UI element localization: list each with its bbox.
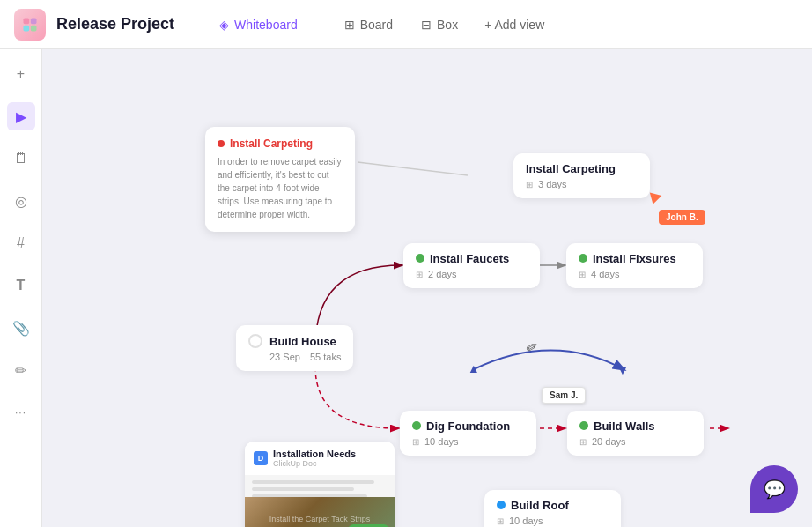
sidebar-icon-plus[interactable]: + [7,60,35,88]
svg-rect-3 [31,25,37,31]
dig-foundation-meta: ⊞ 10 days [412,436,524,447]
tooltip-text: In order to remove carpet easily and eff… [218,155,343,221]
whiteboard-icon: ◈ [219,18,229,32]
doc-image-bg: Install the Carpet Tack Strips [245,497,395,527]
chat-bubble-button[interactable]: 💬 [750,465,798,513]
dig-dot [412,421,421,430]
build-house-title-row: Build House [248,334,341,348]
sidebar-icon-hash[interactable]: # [7,229,35,257]
box-icon: ⊟ [421,18,432,32]
doc-icon: D [254,451,268,465]
walls-dot [579,421,588,430]
install-carpeting-card[interactable]: Install Carpeting ⊞ 3 days [513,153,650,198]
task-icon: ⊞ [526,180,533,189]
task-icon-walls: ⊞ [579,437,587,447]
nav-box[interactable]: ⊟ Box [412,12,467,37]
install-faucets-meta: ⊞ 2 days [416,269,528,279]
header: Release Project ◈ Whiteboard ⊞ Board ⊟ B… [0,0,812,49]
build-walls-meta: ⊞ 20 days [579,436,691,447]
sidebar-icon-note[interactable]: 🗒 [7,145,35,173]
build-house-node[interactable]: Build House 23 Sep 55 taks [236,325,353,371]
project-icon [14,9,46,41]
doc-line [252,480,374,484]
chat-bubble-icon: 💬 [764,479,786,500]
task-icon-fixsures: ⊞ [579,270,586,279]
sidebar-icon-brush[interactable]: ✏ [7,356,35,384]
nav-board[interactable]: ⊞ Board [336,12,402,37]
build-roof-card[interactable]: Build Roof ⊞ 10 days [484,490,621,527]
sidebar-icon-attach[interactable]: 📎 [7,314,35,342]
svg-rect-2 [24,25,30,31]
doc-line [252,487,354,491]
roof-dot [497,501,506,509]
install-fixsures-card[interactable]: Install Fixsures ⊞ 4 days [566,243,703,288]
task-icon-faucets: ⊞ [416,270,423,279]
cursor-icon [647,192,662,205]
doc-image: Install the Carpet Tack Strips [245,497,395,527]
install-carpeting-meta: ⊞ 3 days [526,179,638,189]
house-circle-icon [248,334,262,348]
doc-image-label: Install the Carpet Tack Strips [269,515,370,523]
task-icon-dig: ⊞ [412,437,419,447]
fixsures-dot [579,254,587,263]
build-house-meta: 23 Sep 55 taks [248,352,341,362]
project-logo-icon [21,16,39,33]
blue-arrow-right: ▼ [616,363,629,377]
tooltip-dot [218,140,225,147]
pencil-icon: ✏ [522,337,541,357]
install-carpeting-tooltip: Install Carpeting In order to remove car… [205,127,355,232]
sidebar-icon-play[interactable]: ▶ [7,102,35,130]
add-view-button[interactable]: + Add view [477,12,551,37]
install-fixsures-meta: ⊞ 4 days [579,269,690,279]
doc-preview: Install the Carpet Tack Strips Andrew K. [245,475,395,527]
faucets-dot [416,254,424,263]
doc-titles: Installation Needs ClickUp Doc [273,449,356,468]
sidebar-icon-more[interactable]: ··· [7,398,35,427]
task-icon-roof: ⊞ [497,516,504,526]
sidebar: + ▶ 🗒 ◎ # T 📎 ✏ ··· [0,49,42,527]
svg-line-4 [358,162,468,175]
whiteboard-canvas[interactable]: ▼ ▼ ✏ Install Carpeting In order to remo… [42,49,812,527]
doc-header: D Installation Needs ClickUp Doc [245,442,395,475]
installation-needs-doc[interactable]: D Installation Needs ClickUp Doc Install… [245,442,395,527]
sidebar-icon-globe[interactable]: ◎ [7,187,35,215]
svg-rect-0 [24,18,30,24]
john-badge: John B. [659,210,705,225]
project-title: Release Project [56,15,174,33]
blue-arrow-left: ▼ [468,363,480,377]
tooltip-title: Install Carpeting [218,137,343,150]
sam-badge: Sam J. [542,387,586,404]
build-walls-card[interactable]: Build Walls ⊞ 20 days [567,411,704,456]
build-roof-meta: ⊞ 10 days [497,516,609,526]
dig-foundation-card[interactable]: Dig Foundation ⊞ 10 days [400,411,536,456]
board-icon: ⊞ [344,18,355,32]
divider-1 [196,12,196,37]
svg-rect-1 [31,18,37,24]
sidebar-icon-text[interactable]: T [7,271,35,300]
divider-2 [321,12,321,37]
nav-whiteboard[interactable]: ◈ Whiteboard [210,12,306,37]
install-faucets-card[interactable]: Install Faucets ⊞ 2 days [403,243,540,288]
main-layout: + ▶ 🗒 ◎ # T 📎 ✏ ··· [0,49,812,527]
